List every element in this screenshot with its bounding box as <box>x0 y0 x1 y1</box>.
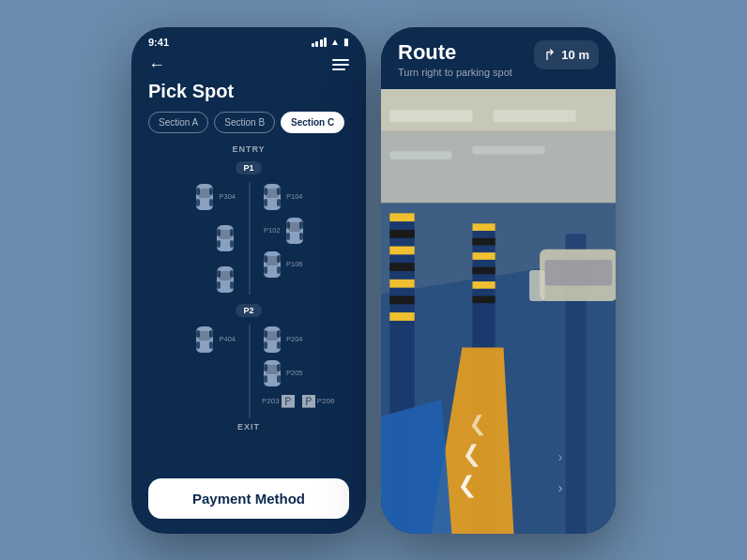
section-p1-badge: P1 <box>236 161 261 174</box>
svg-marker-24 <box>381 399 451 533</box>
spot-P203[interactable]: P203 🅿 <box>262 394 295 409</box>
section-p1: P1 P304 <box>143 158 355 295</box>
svg-rect-18 <box>472 252 495 260</box>
menu-button[interactable] <box>332 59 349 70</box>
svg-text:❮: ❮ <box>456 471 477 499</box>
time: 9:41 <box>148 37 169 48</box>
tab-section-a[interactable]: Section A <box>148 112 208 133</box>
svg-rect-13 <box>389 295 414 304</box>
spot-P206[interactable]: 🅿 P206 <box>302 394 335 409</box>
svg-rect-20 <box>472 281 495 289</box>
spot-P102[interactable]: P102 <box>262 216 305 246</box>
spot-P205[interactable]: P205 <box>262 358 303 388</box>
svg-rect-32 <box>529 269 545 300</box>
status-bar: 9:41 ▲ ▮ <box>131 27 366 52</box>
spot-P106[interactable]: P106 <box>262 250 303 280</box>
wifi-icon: ▲ <box>330 37 340 47</box>
turn-icon: ↱ <box>543 46 556 64</box>
section-tabs: Section A Section B Section C <box>131 112 366 144</box>
parking-photo: ❮ ❮ ❮ › › <box>381 89 616 534</box>
svg-text:›: › <box>558 478 563 494</box>
page-title: Pick Spot <box>131 81 366 112</box>
battery-icon: ▮ <box>343 37 349 47</box>
svg-rect-11 <box>389 263 414 271</box>
svg-rect-10 <box>389 246 414 254</box>
payment-button[interactable]: Payment Method <box>148 478 349 519</box>
svg-rect-31 <box>545 259 613 285</box>
svg-rect-14 <box>389 312 414 321</box>
spot-P104[interactable]: P104 <box>262 182 303 212</box>
spot-P304[interactable]: P304 <box>194 182 236 212</box>
route-title: Route <box>398 40 512 65</box>
svg-rect-19 <box>472 266 495 274</box>
spot-P204[interactable]: P204 <box>262 325 303 355</box>
distance-box: ↱ 10 m <box>534 40 599 69</box>
exit-label: EXIT <box>143 422 355 431</box>
distance-text: 10 m <box>561 48 589 62</box>
back-button[interactable]: ← <box>148 55 165 75</box>
svg-text:❮: ❮ <box>467 411 486 436</box>
svg-rect-33 <box>381 89 616 130</box>
spot-left-2[interactable] <box>215 223 236 253</box>
svg-rect-21 <box>472 295 495 303</box>
route-header: Route Turn right to parking spot ↱ 10 m <box>381 27 616 89</box>
svg-rect-8 <box>389 213 414 221</box>
svg-rect-12 <box>389 279 414 287</box>
status-icons: ▲ ▮ <box>312 37 349 47</box>
spot-P404[interactable]: P404 <box>194 325 236 355</box>
right-phone: Route Turn right to parking spot ↱ 10 m <box>381 27 616 534</box>
parking-map: ENTRY P1 P304 <box>131 144 366 469</box>
left-phone: 9:41 ▲ ▮ ← Pick Spot <box>131 27 366 534</box>
route-subtitle: Turn right to parking spot <box>398 67 512 78</box>
nav-bar: ← <box>131 52 366 81</box>
section-p2-badge: P2 <box>236 304 261 317</box>
payment-section: Payment Method <box>131 469 366 534</box>
svg-rect-9 <box>389 229 414 237</box>
svg-text:❮: ❮ <box>462 440 482 468</box>
spot-left-3[interactable] <box>215 265 236 295</box>
section-p2: P2 P404 <box>143 300 355 418</box>
svg-rect-17 <box>472 237 495 245</box>
entry-label: ENTRY <box>143 144 355 154</box>
svg-rect-16 <box>472 223 495 231</box>
svg-text:›: › <box>558 447 563 463</box>
tab-section-b[interactable]: Section B <box>214 112 275 133</box>
tab-section-c[interactable]: Section C <box>281 112 344 133</box>
signal-icon <box>312 38 328 47</box>
